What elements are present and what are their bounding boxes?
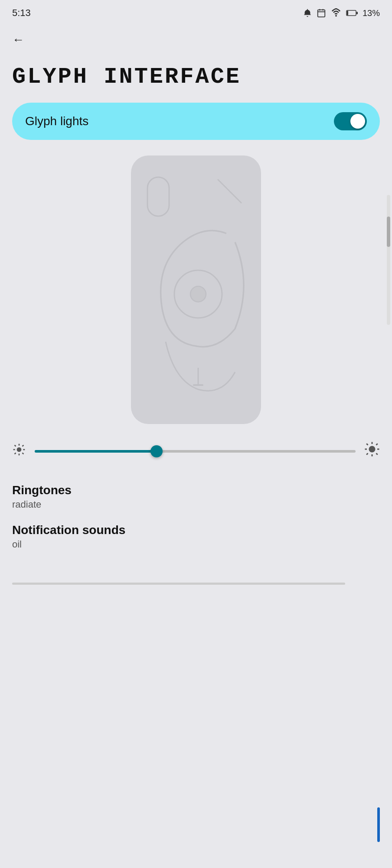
calendar-icon [317,8,326,18]
page-title: GLYPH INTERFACE [12,64,380,90]
svg-line-21 [15,453,16,454]
notification-sounds-area: Notification sounds oil [12,514,380,589]
status-right-icons: 13% [303,8,380,18]
svg-line-22 [23,445,24,446]
svg-rect-0 [318,10,325,17]
settings-list: Ringtones radiate Notification sounds oi… [0,474,392,589]
slider-thumb[interactable] [150,445,163,457]
notification-icon [303,8,312,18]
horizontal-scrollbar [12,583,345,585]
svg-line-20 [23,453,24,454]
glyph-lights-label: Glyph lights [25,114,88,128]
glyph-lights-toggle[interactable] [334,112,367,130]
brightness-high-icon [364,441,380,461]
scroll-position-indicator [377,807,380,842]
svg-line-28 [366,444,368,445]
ringtones-title: Ringtones [12,483,380,497]
svg-rect-7 [356,12,358,14]
svg-line-9 [218,179,242,203]
slider-fill [35,450,157,453]
page-title-container: GLYPH INTERFACE [0,51,392,103]
ringtones-subtitle: radiate [12,499,380,510]
toggle-knob [350,114,365,129]
svg-point-14 [17,447,22,452]
battery-icon [346,8,358,18]
wifi-icon [330,8,342,18]
right-scrollbar-thumb [387,217,390,247]
svg-point-4 [335,15,337,17]
svg-point-23 [369,446,376,453]
phone-illustration [0,155,392,424]
svg-rect-6 [347,11,348,15]
glyph-lights-card[interactable]: Glyph lights [12,103,380,140]
status-time: 5:13 [12,7,31,19]
back-button[interactable]: ← [0,24,392,51]
battery-percentage: 13% [363,8,380,18]
svg-rect-8 [147,177,169,216]
notification-sounds-title: Notification sounds [12,523,380,537]
svg-line-19 [15,445,16,446]
phone-body [131,155,261,424]
ringtones-item[interactable]: Ringtones radiate [12,474,380,514]
svg-line-31 [376,444,378,445]
svg-point-11 [190,286,206,302]
brightness-low-icon [12,443,26,460]
right-scrollbar [387,195,390,325]
svg-line-29 [376,453,378,455]
svg-line-30 [366,453,368,455]
status-bar: 5:13 13% [0,0,392,24]
back-arrow-icon: ← [12,33,24,46]
glyph-pattern-svg [131,155,261,424]
brightness-slider[interactable] [35,450,356,453]
brightness-row [0,437,392,474]
notification-sounds-item[interactable]: Notification sounds oil [12,514,380,550]
notification-sounds-subtitle: oil [12,539,380,550]
